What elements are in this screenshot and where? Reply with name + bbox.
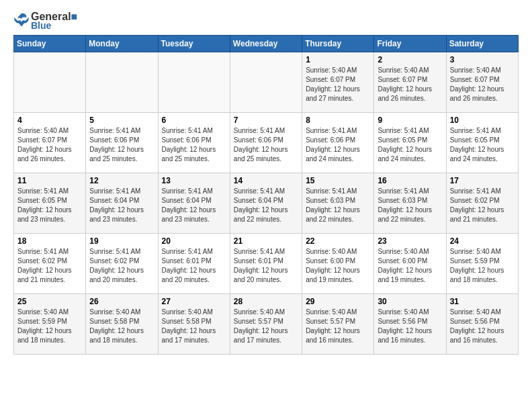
day-number: 14 (234, 176, 298, 185)
day-number: 5 (89, 116, 154, 125)
calendar-cell: 14Sunrise: 5:41 AM Sunset: 6:04 PM Dayli… (230, 173, 302, 234)
calendar-cell: 2Sunrise: 5:40 AM Sunset: 6:07 PM Daylig… (374, 52, 446, 113)
day-number: 3 (450, 55, 515, 64)
day-number: 9 (378, 116, 442, 125)
calendar-cell: 23Sunrise: 5:40 AM Sunset: 6:00 PM Dayli… (374, 234, 446, 294)
day-info: Sunrise: 5:41 AM Sunset: 6:06 PM Dayligh… (306, 126, 370, 164)
calendar-header: SundayMondayTuesdayWednesdayThursdayFrid… (14, 36, 519, 52)
day-info: Sunrise: 5:41 AM Sunset: 6:06 PM Dayligh… (89, 126, 154, 164)
calendar-cell: 26Sunrise: 5:40 AM Sunset: 5:58 PM Dayli… (86, 294, 158, 355)
day-info: Sunrise: 5:41 AM Sunset: 6:02 PM Dayligh… (17, 247, 82, 285)
day-info: Sunrise: 5:41 AM Sunset: 6:02 PM Dayligh… (450, 187, 515, 224)
day-number: 19 (89, 236, 154, 246)
calendar-cell: 19Sunrise: 5:41 AM Sunset: 6:02 PM Dayli… (86, 234, 158, 294)
calendar-cell (86, 52, 158, 113)
calendar-cell: 3Sunrise: 5:40 AM Sunset: 6:07 PM Daylig… (446, 52, 518, 113)
calendar-cell (230, 52, 302, 113)
calendar-cell: 5Sunrise: 5:41 AM Sunset: 6:06 PM Daylig… (86, 113, 158, 173)
day-info: Sunrise: 5:40 AM Sunset: 5:57 PM Dayligh… (234, 308, 298, 345)
day-info: Sunrise: 5:41 AM Sunset: 6:03 PM Dayligh… (306, 187, 370, 224)
day-number: 28 (234, 297, 298, 306)
day-number: 18 (17, 236, 82, 246)
day-info: Sunrise: 5:40 AM Sunset: 5:59 PM Dayligh… (17, 308, 82, 345)
calendar-cell: 9Sunrise: 5:41 AM Sunset: 6:05 PM Daylig… (374, 113, 446, 173)
calendar-cell: 17Sunrise: 5:41 AM Sunset: 6:02 PM Dayli… (446, 173, 518, 234)
day-number: 27 (162, 297, 226, 306)
weekday-header-tuesday: Tuesday (158, 36, 230, 52)
day-number: 6 (162, 116, 226, 125)
day-number: 29 (306, 297, 370, 306)
calendar-cell: 22Sunrise: 5:40 AM Sunset: 6:00 PM Dayli… (302, 234, 374, 294)
day-number: 22 (306, 236, 370, 246)
calendar-week-4: 18Sunrise: 5:41 AM Sunset: 6:02 PM Dayli… (14, 234, 519, 294)
calendar-week-3: 11Sunrise: 5:41 AM Sunset: 6:05 PM Dayli… (14, 173, 519, 234)
calendar-cell: 11Sunrise: 5:41 AM Sunset: 6:05 PM Dayli… (14, 173, 86, 234)
day-number: 2 (378, 55, 442, 64)
day-info: Sunrise: 5:41 AM Sunset: 6:04 PM Dayligh… (234, 187, 298, 224)
calendar-cell: 24Sunrise: 5:40 AM Sunset: 5:59 PM Dayli… (446, 234, 518, 294)
calendar-cell: 6Sunrise: 5:41 AM Sunset: 6:06 PM Daylig… (158, 113, 230, 173)
calendar-cell: 28Sunrise: 5:40 AM Sunset: 5:57 PM Dayli… (230, 294, 302, 355)
calendar-cell: 1Sunrise: 5:40 AM Sunset: 6:07 PM Daylig… (302, 52, 374, 113)
day-info: Sunrise: 5:41 AM Sunset: 6:05 PM Dayligh… (17, 187, 82, 224)
logo: General■ Blue (13, 11, 77, 31)
day-number: 4 (17, 116, 82, 125)
day-info: Sunrise: 5:40 AM Sunset: 6:00 PM Dayligh… (306, 247, 370, 285)
day-number: 13 (162, 176, 226, 185)
day-number: 24 (450, 236, 515, 246)
calendar-cell: 7Sunrise: 5:41 AM Sunset: 6:06 PM Daylig… (230, 113, 302, 173)
day-number: 7 (234, 116, 298, 125)
day-number: 8 (306, 116, 370, 125)
calendar-cell: 18Sunrise: 5:41 AM Sunset: 6:02 PM Dayli… (14, 234, 86, 294)
day-info: Sunrise: 5:40 AM Sunset: 5:57 PM Dayligh… (306, 308, 370, 345)
day-info: Sunrise: 5:40 AM Sunset: 5:58 PM Dayligh… (162, 308, 226, 345)
calendar-cell: 31Sunrise: 5:40 AM Sunset: 5:56 PM Dayli… (446, 294, 518, 355)
calendar-cell: 12Sunrise: 5:41 AM Sunset: 6:04 PM Dayli… (86, 173, 158, 234)
weekday-header-sunday: Sunday (14, 36, 86, 52)
calendar-week-1: 1Sunrise: 5:40 AM Sunset: 6:07 PM Daylig… (14, 52, 519, 113)
day-info: Sunrise: 5:41 AM Sunset: 6:05 PM Dayligh… (378, 126, 442, 164)
day-info: Sunrise: 5:40 AM Sunset: 6:07 PM Dayligh… (306, 66, 370, 103)
day-number: 12 (89, 176, 154, 185)
day-info: Sunrise: 5:41 AM Sunset: 6:01 PM Dayligh… (234, 247, 298, 285)
day-info: Sunrise: 5:40 AM Sunset: 6:00 PM Dayligh… (378, 247, 442, 285)
logo-icon (13, 11, 30, 28)
page-header: General■ Blue (13, 11, 519, 31)
day-info: Sunrise: 5:40 AM Sunset: 6:07 PM Dayligh… (378, 66, 442, 103)
logo-text: General■ Blue (31, 11, 77, 31)
calendar-table: SundayMondayTuesdayWednesdayThursdayFrid… (13, 35, 519, 355)
weekday-header-saturday: Saturday (446, 36, 518, 52)
day-info: Sunrise: 5:41 AM Sunset: 6:01 PM Dayligh… (162, 247, 226, 285)
day-number: 11 (17, 176, 82, 185)
day-info: Sunrise: 5:41 AM Sunset: 6:04 PM Dayligh… (162, 187, 226, 224)
calendar-cell: 15Sunrise: 5:41 AM Sunset: 6:03 PM Dayli… (302, 173, 374, 234)
calendar-cell: 20Sunrise: 5:41 AM Sunset: 6:01 PM Dayli… (158, 234, 230, 294)
calendar-cell: 10Sunrise: 5:41 AM Sunset: 6:05 PM Dayli… (446, 113, 518, 173)
calendar-cell (14, 52, 86, 113)
day-number: 31 (450, 297, 515, 306)
day-number: 20 (162, 236, 226, 246)
calendar-cell: 29Sunrise: 5:40 AM Sunset: 5:57 PM Dayli… (302, 294, 374, 355)
calendar-week-2: 4Sunrise: 5:40 AM Sunset: 6:07 PM Daylig… (14, 113, 519, 173)
weekday-header-monday: Monday (86, 36, 158, 52)
day-info: Sunrise: 5:41 AM Sunset: 6:04 PM Dayligh… (89, 187, 154, 224)
calendar-cell: 16Sunrise: 5:41 AM Sunset: 6:03 PM Dayli… (374, 173, 446, 234)
calendar-cell: 30Sunrise: 5:40 AM Sunset: 5:56 PM Dayli… (374, 294, 446, 355)
calendar-cell: 25Sunrise: 5:40 AM Sunset: 5:59 PM Dayli… (14, 294, 86, 355)
calendar-cell: 13Sunrise: 5:41 AM Sunset: 6:04 PM Dayli… (158, 173, 230, 234)
weekday-header-thursday: Thursday (302, 36, 374, 52)
calendar-week-5: 25Sunrise: 5:40 AM Sunset: 5:59 PM Dayli… (14, 294, 519, 355)
day-info: Sunrise: 5:41 AM Sunset: 6:06 PM Dayligh… (162, 126, 226, 164)
day-number: 30 (378, 297, 442, 306)
day-info: Sunrise: 5:40 AM Sunset: 6:07 PM Dayligh… (450, 66, 515, 103)
calendar-cell: 21Sunrise: 5:41 AM Sunset: 6:01 PM Dayli… (230, 234, 302, 294)
day-info: Sunrise: 5:40 AM Sunset: 5:58 PM Dayligh… (89, 308, 154, 345)
calendar-cell: 8Sunrise: 5:41 AM Sunset: 6:06 PM Daylig… (302, 113, 374, 173)
calendar-cell: 4Sunrise: 5:40 AM Sunset: 6:07 PM Daylig… (14, 113, 86, 173)
day-info: Sunrise: 5:40 AM Sunset: 5:56 PM Dayligh… (450, 308, 515, 345)
day-number: 23 (378, 236, 442, 246)
day-number: 25 (17, 297, 82, 306)
day-number: 10 (450, 116, 515, 125)
day-info: Sunrise: 5:40 AM Sunset: 5:59 PM Dayligh… (450, 247, 515, 285)
day-info: Sunrise: 5:41 AM Sunset: 6:05 PM Dayligh… (450, 126, 515, 164)
